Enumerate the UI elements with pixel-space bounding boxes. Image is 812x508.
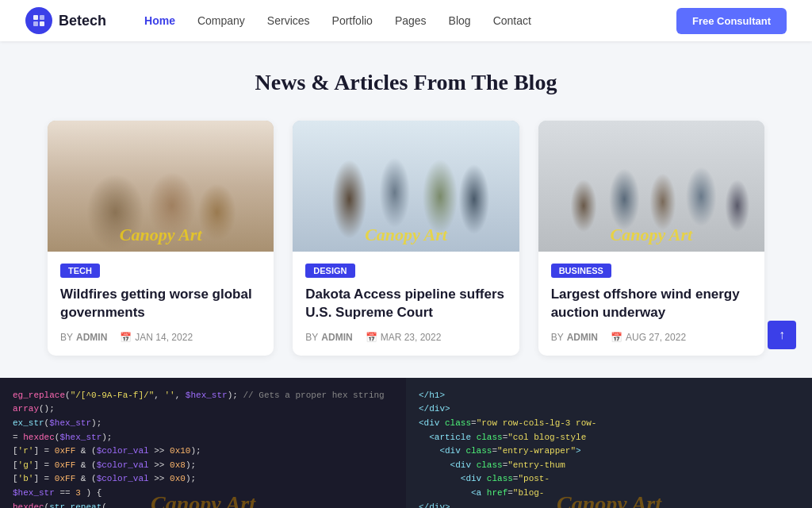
nav-item-home[interactable]: Home: [144, 13, 175, 28]
card-meta-1: BY ADMIN 📅 JAN 14, 2022: [60, 332, 261, 343]
by-label-2: BY: [305, 332, 318, 343]
scroll-up-button[interactable]: ↑: [768, 321, 796, 349]
watermark-3: Canopy Art: [610, 225, 692, 245]
watermark-2: Canopy Art: [365, 225, 447, 245]
code-line-5: ['r'] = 0xFF & ($color_val >> 0x10);: [13, 444, 393, 459]
code-right-line-1: </h1>: [419, 389, 799, 403]
logo[interactable]: Betech: [25, 7, 106, 34]
card-tag-3: BUSINESS: [551, 264, 611, 278]
code-right-line-7: <div class="post-: [419, 472, 799, 487]
card-body-2: DESIGN Dakota Access pipeline suffers U.…: [293, 252, 519, 356]
code-right-line-9: </div>: [419, 501, 799, 508]
code-line-3: ex_str($hex_str);: [13, 417, 393, 431]
card-author-2: BY ADMIN: [305, 332, 352, 343]
main-content: News & Articles From The Blog Canopy Art…: [0, 41, 812, 378]
footer-code-section: eg_replace("/[^0-9A-Fa-f]/", '', $hex_st…: [0, 378, 812, 508]
code-right-line-2: </div>: [419, 402, 799, 417]
card-image-3: Canopy Art: [538, 121, 764, 252]
code-panel-right: </h1> </div> <div class="row row-cols-lg…: [406, 378, 812, 508]
code-right-line-4: <article class="col blog-style: [419, 431, 799, 445]
code-line-4: = hexdec($hex_str);: [13, 431, 393, 445]
card-date-3: 📅 AUG 27, 2022: [611, 332, 686, 343]
code-line-1: eg_replace("/[^0-9A-Fa-f]/", '', $hex_st…: [13, 389, 393, 403]
card-tag-1: TECH: [60, 264, 100, 278]
navbar: Betech Home Company Services Portfolio P…: [0, 0, 812, 41]
blog-card-3[interactable]: Canopy Art BUSINESS Largest offshore win…: [538, 121, 764, 356]
by-label-3: BY: [551, 332, 564, 343]
code-right-line-3: <div class="row row-cols-lg-3 row-: [419, 417, 799, 431]
nav-item-blog[interactable]: Blog: [449, 13, 471, 28]
blog-card-1[interactable]: Canopy Art TECH Wildfires getting worse …: [48, 121, 274, 356]
calendar-icon-3: 📅: [611, 332, 622, 343]
code-line-8: $hex_str == 3 ) {: [13, 487, 393, 501]
code-line-6: ['g'] = 0xFF & ($color_val >> 0x8);: [13, 459, 393, 473]
nav-item-services[interactable]: Services: [267, 13, 310, 28]
nav-item-contact[interactable]: Contact: [493, 13, 531, 28]
code-right-line-8: <a href="blog-: [419, 487, 799, 501]
svg-rect-1: [40, 15, 44, 20]
nav-item-pages[interactable]: Pages: [395, 13, 427, 28]
card-body-3: BUSINESS Largest offshore wind energy au…: [538, 252, 764, 356]
nav-item-company[interactable]: Company: [197, 13, 245, 28]
svg-rect-3: [40, 21, 44, 26]
logo-text: Betech: [59, 13, 106, 29]
card-meta-2: BY ADMIN 📅 MAR 23, 2022: [305, 332, 506, 343]
code-line-9: hexdec(str_repeat(: [13, 501, 393, 508]
by-label-1: BY: [60, 332, 73, 343]
card-author-3: BY ADMIN: [551, 332, 598, 343]
section-title: News & Articles From The Blog: [48, 70, 764, 95]
card-author-1: BY ADMIN: [60, 332, 107, 343]
card-meta-3: BY ADMIN 📅 AUG 27, 2022: [551, 332, 752, 343]
code-panel-left: eg_replace("/[^0-9A-Fa-f]/", '', $hex_st…: [0, 378, 406, 508]
nav-links: Home Company Services Portfolio Pages Bl…: [144, 13, 676, 28]
card-date-1: 📅 JAN 14, 2022: [120, 332, 193, 343]
blog-card-2[interactable]: Canopy Art DESIGN Dakota Access pipeline…: [293, 121, 519, 356]
free-consultant-button[interactable]: Free Consultant: [676, 8, 787, 34]
nav-item-portfolio[interactable]: Portfolio: [332, 13, 373, 28]
calendar-icon-1: 📅: [120, 332, 132, 343]
code-line-2: array();: [13, 402, 393, 417]
card-date-2: 📅 MAR 23, 2022: [366, 332, 442, 343]
svg-rect-2: [33, 21, 38, 26]
card-title-2: Dakota Access pipeline suffers U.S. Supr…: [305, 286, 506, 322]
svg-rect-0: [33, 15, 38, 20]
card-title-3: Largest offshore wind energy auction und…: [551, 286, 752, 322]
card-image-2: Canopy Art: [293, 121, 519, 252]
card-title-1: Wildfires getting worse global governmen…: [60, 286, 261, 322]
card-body-1: TECH Wildfires getting worse global gove…: [48, 252, 274, 356]
code-line-7: ['b'] = 0xFF & ($color_val >> 0x0);: [13, 472, 393, 487]
card-tag-2: DESIGN: [305, 264, 354, 278]
cards-grid: Canopy Art TECH Wildfires getting worse …: [48, 121, 764, 356]
calendar-icon-2: 📅: [366, 332, 377, 343]
code-right-line-6: <div class="entry-thum: [419, 459, 799, 473]
code-right-line-5: <div class="entry-wrapper">: [419, 444, 799, 459]
logo-icon: [25, 7, 52, 34]
watermark-1: Canopy Art: [120, 225, 202, 245]
card-image-1: Canopy Art: [48, 121, 274, 252]
